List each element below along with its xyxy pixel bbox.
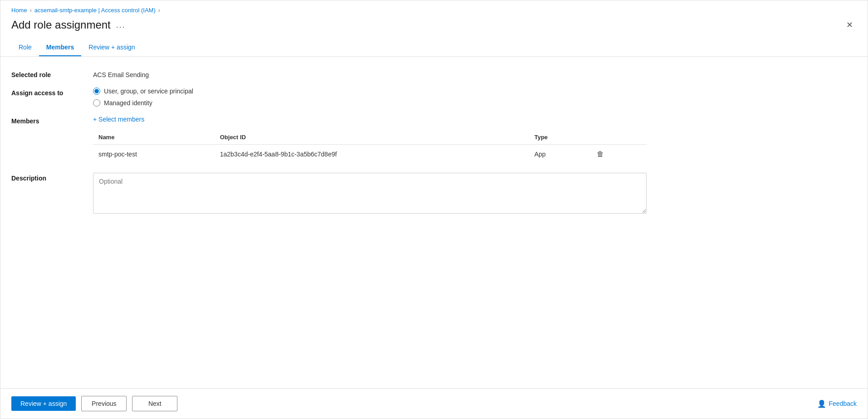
table-row: smtp-poc-test 1a2b3c4d-e2f4-5aa8-9b1c-3a… — [93, 145, 647, 164]
description-label: Description — [11, 173, 93, 215]
page-title: Add role assignment — [11, 19, 111, 31]
review-assign-button[interactable]: Review + assign — [11, 396, 76, 411]
form-section: Selected role ACS Email Sending Assign a… — [11, 69, 647, 215]
breadcrumb-iam[interactable]: acsemail-smtp-example | Access control (… — [34, 7, 156, 14]
more-options-button[interactable]: ... — [116, 20, 126, 30]
assign-access-label: Assign access to — [11, 88, 93, 107]
main-content: Selected role ACS Email Sending Assign a… — [0, 57, 868, 388]
radio-user-group[interactable]: User, group, or service principal — [93, 88, 647, 95]
members-section: + Select members Name Object ID Type smt… — [93, 116, 647, 164]
breadcrumb-home[interactable]: Home — [11, 7, 27, 14]
delete-member-button[interactable]: 🗑 — [594, 149, 607, 159]
member-name: smtp-poc-test — [93, 145, 215, 164]
next-button[interactable]: Next — [132, 396, 177, 411]
tab-role[interactable]: Role — [11, 39, 39, 56]
breadcrumb: Home › acsemail-smtp-example | Access co… — [0, 0, 868, 16]
col-object-id: Object ID — [215, 130, 529, 145]
selected-role-label: Selected role — [11, 69, 93, 78]
radio-user-group-input[interactable] — [93, 88, 100, 95]
radio-managed-identity[interactable]: Managed identity — [93, 99, 647, 107]
select-members-button[interactable]: + Select members — [93, 116, 647, 123]
member-type: App — [529, 145, 588, 164]
member-object-id: 1a2b3c4d-e2f4-5aa8-9b1c-3a5b6c7d8e9f — [215, 145, 529, 164]
breadcrumb-sep-2: › — [158, 7, 160, 14]
radio-managed-identity-label: Managed identity — [104, 99, 152, 107]
tabs-container: Role Members Review + assign — [0, 39, 868, 57]
col-name: Name — [93, 130, 215, 145]
assign-access-options: User, group, or service principal Manage… — [93, 88, 647, 107]
footer: Review + assign Previous Next 👤 Feedback — [0, 388, 868, 419]
feedback-icon: 👤 — [817, 400, 826, 408]
previous-button[interactable]: Previous — [81, 396, 127, 411]
description-field-container — [93, 173, 647, 215]
feedback-button[interactable]: 👤 Feedback — [817, 400, 857, 408]
col-actions — [588, 130, 647, 145]
selected-role-value: ACS Email Sending — [93, 69, 647, 78]
close-button[interactable]: ✕ — [843, 18, 857, 32]
breadcrumb-sep-1: › — [30, 7, 32, 14]
tab-review-assign[interactable]: Review + assign — [81, 39, 142, 56]
page-title-row: Add role assignment ... — [11, 19, 126, 31]
tab-members[interactable]: Members — [39, 39, 81, 56]
radio-user-group-label: User, group, or service principal — [104, 88, 193, 95]
radio-managed-identity-input[interactable] — [93, 99, 100, 107]
members-label: Members — [11, 116, 93, 164]
header-row: Add role assignment ... ✕ — [0, 16, 868, 39]
description-textarea[interactable] — [93, 173, 647, 214]
col-type: Type — [529, 130, 588, 145]
members-table: Name Object ID Type smtp-poc-test 1a2b3c… — [93, 130, 647, 164]
feedback-label: Feedback — [829, 400, 857, 407]
